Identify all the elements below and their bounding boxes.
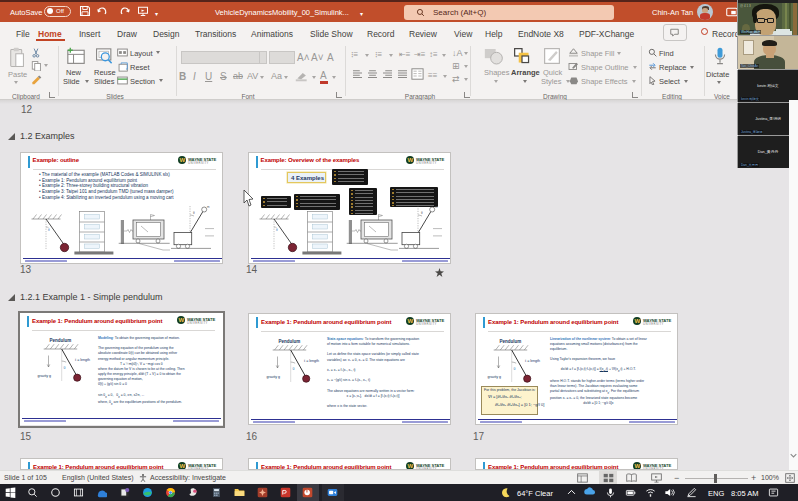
svg-text:ℓ = length: ℓ = length	[75, 358, 90, 362]
svg-text:θ: θ	[193, 211, 195, 215]
svg-text:θ: θ	[293, 367, 295, 371]
svg-text:m: m	[435, 205, 438, 209]
svg-text:ℓ = length: ℓ = length	[525, 359, 540, 363]
svg-text:θ: θ	[276, 228, 278, 232]
svg-text:ℓ = length: ℓ = length	[304, 359, 319, 363]
svg-text:gravity g: gravity g	[488, 375, 502, 379]
svg-text:m: m	[207, 205, 210, 209]
svg-text:θ: θ	[48, 228, 50, 232]
svg-text:θ: θ	[64, 366, 66, 370]
svg-text:θ: θ	[421, 211, 423, 215]
svg-text:gravity g: gravity g	[38, 374, 52, 378]
svg-text:gravity g: gravity g	[267, 375, 281, 379]
svg-text:θ: θ	[514, 367, 516, 371]
